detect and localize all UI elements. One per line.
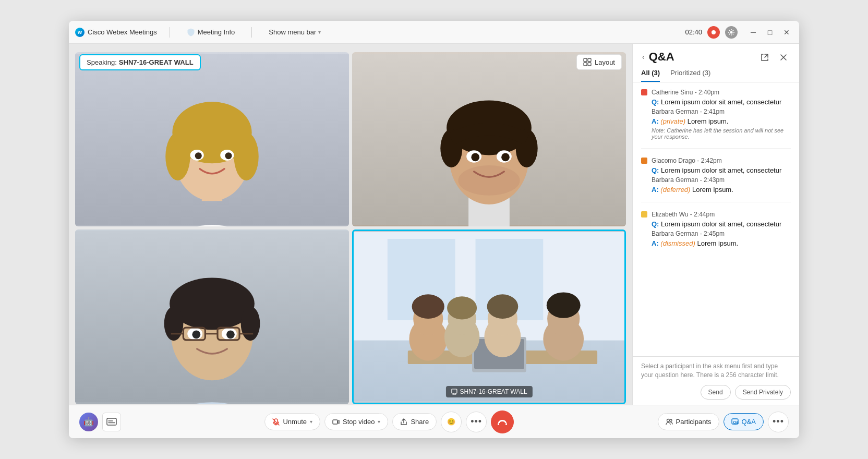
qa-person-row-2: Giacomo Drago - 2:42pm — [641, 157, 791, 164]
speaking-badge: Speaking: SHN7-16-GREAT WALL — [79, 54, 201, 70]
qa-answer-text-3: Lorem ipsum. — [697, 239, 738, 247]
maximize-button[interactable]: □ — [764, 26, 776, 39]
popout-icon — [761, 53, 769, 62]
qa-toolbar-button[interactable]: Q&A Q&A — [724, 413, 764, 430]
titlebar-divider2 — [251, 27, 252, 38]
app-logo: W — [75, 28, 85, 37]
end-call-button[interactable] — [491, 410, 514, 433]
titlebar-divider — [170, 27, 170, 38]
qa-title-row: ‹ Q&A — [641, 50, 674, 64]
qa-answer-3: A: (dismissed) Lorem ipsum. — [652, 239, 791, 247]
qa-header: ‹ Q&A — [633, 44, 799, 65]
titlebar-left: W Cisco Webex Meetings Meeting Info Show… — [75, 26, 685, 39]
svg-point-79 — [670, 419, 672, 421]
send-privately-button[interactable]: Send Privately — [735, 385, 791, 400]
svg-point-25 — [458, 165, 520, 196]
svg-text:Q&A: Q&A — [733, 420, 739, 424]
video-cell-2 — [352, 52, 626, 226]
qa-question-2: Q: Lorem ipsum dolor sit amet, consectet… — [652, 166, 791, 174]
video-label-text-4: SHN7-16-GREAT WALL — [460, 388, 527, 395]
qa-header-actions — [757, 50, 791, 65]
options-button[interactable] — [725, 26, 738, 39]
qa-person-row-1: Catherine Sinu - 2:40pm — [641, 89, 791, 96]
qa-answerer-1: Barbara German - 2:41pm — [652, 108, 791, 115]
qa-answerer-2: Barbara German - 2:43pm — [652, 176, 791, 184]
app-name: W Cisco Webex Meetings — [75, 28, 157, 37]
qa-actions-row: Send Send Privately — [641, 385, 791, 400]
qa-close-button[interactable] — [776, 50, 791, 65]
send-button[interactable]: Send — [701, 385, 731, 400]
stop-video-chevron-icon[interactable]: ▾ — [378, 419, 380, 425]
toolbar: 🤖 Unmute ▾ — [69, 405, 799, 438]
video-placeholder-3 — [75, 230, 349, 404]
svg-rect-1 — [584, 58, 587, 62]
qa-item-1: Catherine Sinu - 2:40pm Q: Lorem ipsum d… — [641, 89, 791, 149]
speaking-name: SHN7-16-GREAT WALL — [119, 58, 194, 66]
stop-video-label: Stop video — [343, 418, 375, 426]
minimize-button[interactable]: ─ — [747, 26, 760, 39]
meeting-info-button[interactable]: Meeting Info — [183, 26, 239, 39]
popout-button[interactable] — [757, 50, 772, 65]
qa-person-3: Elizabeth Wu - 2:44pm — [652, 211, 715, 218]
qa-tabs: All (3) Prioritized (3) — [633, 65, 799, 82]
unmute-chevron-icon[interactable]: ▾ — [310, 419, 312, 425]
qa-answer-text-2: Lorem ipsum. — [692, 186, 733, 194]
qa-answer-status-1: (private) — [660, 117, 685, 125]
main-window: W Cisco Webex Meetings Meeting Info Show… — [69, 21, 799, 438]
video-placeholder-4 — [354, 231, 624, 402]
show-menu-button[interactable]: Show menu bar ▾ — [264, 26, 325, 38]
video-area: Speaking: SHN7-16-GREAT WALL Layout — [69, 44, 632, 405]
qa-question-label-3: Q: — [652, 220, 659, 228]
svg-rect-76 — [498, 423, 499, 425]
meeting-info-label: Meeting Info — [198, 28, 235, 36]
svg-point-78 — [667, 419, 669, 421]
stop-video-button[interactable]: Stop video ▾ — [324, 413, 388, 430]
qa-person-row-3: Elizabeth Wu - 2:44pm — [641, 211, 791, 218]
svg-point-35 — [164, 307, 184, 341]
svg-point-28 — [471, 153, 479, 161]
svg-point-39 — [192, 331, 200, 339]
participants-label: Participants — [676, 418, 712, 426]
svg-point-16 — [225, 152, 232, 159]
qa-question-label-1: Q: — [652, 98, 659, 106]
svg-point-40 — [226, 331, 235, 339]
video-placeholder-1 — [75, 52, 349, 226]
reactions-button[interactable]: 😊 — [441, 412, 462, 432]
collapse-button[interactable]: ‹ — [641, 52, 646, 62]
video-icon — [332, 418, 340, 426]
svg-point-64 — [547, 293, 581, 318]
more-right-button[interactable]: ••• — [768, 412, 789, 432]
share-button[interactable]: Share — [392, 413, 437, 430]
video-grid: SHN7-16-GREAT WALL — [75, 52, 626, 404]
more-options-button[interactable]: ••• — [466, 412, 487, 432]
qa-answerer-3: Barbara German - 2:45pm — [652, 230, 791, 237]
share-icon — [400, 418, 407, 426]
participants-icon — [666, 418, 673, 426]
video-cell-3 — [75, 230, 349, 404]
captions-button[interactable] — [102, 413, 121, 431]
show-menu-label: Show menu bar — [269, 28, 316, 36]
tab-all[interactable]: All (3) — [641, 69, 660, 82]
video-cell-1 — [75, 52, 349, 226]
layout-button[interactable]: Layout — [576, 54, 622, 70]
video-placeholder-2 — [352, 52, 626, 226]
app-title: Cisco Webex Meetings — [88, 28, 157, 36]
video-cell-4: SHN7-16-GREAT WALL — [352, 230, 626, 404]
close-button[interactable]: ✕ — [780, 26, 793, 39]
ai-assistant-avatar[interactable]: 🤖 — [79, 413, 98, 431]
qa-content: Catherine Sinu - 2:40pm Q: Lorem ipsum d… — [633, 82, 799, 356]
qa-item-3: Elizabeth Wu - 2:44pm Q: Lorem ipsum dol… — [641, 211, 791, 256]
speaking-prefix: Speaking: — [87, 58, 117, 66]
svg-point-55 — [412, 295, 444, 319]
svg-rect-69 — [107, 418, 116, 425]
qa-answer-label-2: A: — [652, 186, 659, 194]
record-button[interactable] — [707, 26, 720, 39]
tab-prioritized[interactable]: Prioritized (3) — [670, 69, 710, 82]
titlebar: W Cisco Webex Meetings Meeting Info Show… — [69, 21, 799, 44]
gear-icon — [728, 29, 735, 36]
reactions-icon: 😊 — [447, 418, 455, 426]
svg-point-0 — [730, 31, 733, 33]
participants-button[interactable]: Participants — [658, 413, 719, 430]
qa-question-text-1: Lorem ipsum dolor sit amet, consectetur — [661, 98, 781, 106]
unmute-button[interactable]: Unmute ▾ — [264, 413, 320, 430]
